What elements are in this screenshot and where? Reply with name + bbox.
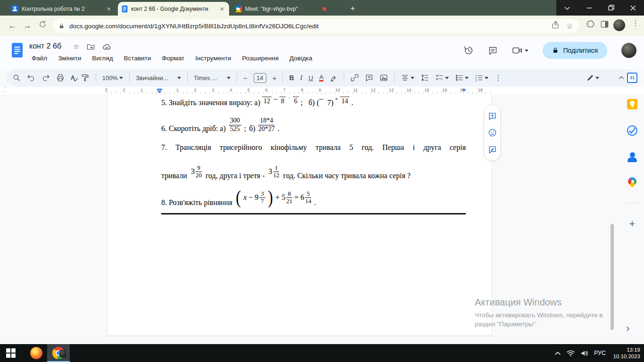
- volume-icon[interactable]: [580, 350, 589, 357]
- zoom-select[interactable]: 100%: [102, 74, 123, 82]
- url-text[interactable]: docs.google.com/document/d/1gXYNUHtBzrp5…: [69, 23, 545, 30]
- emoji-reaction-icon[interactable]: [488, 128, 497, 137]
- hidden-icons-chevron[interactable]: [554, 351, 561, 355]
- menu-item[interactable]: Формат: [159, 54, 187, 63]
- add-comment-icon[interactable]: [488, 112, 497, 121]
- bulleted-list-button[interactable]: [455, 74, 469, 82]
- url-bar[interactable]: docs.google.com/document/d/1gXYNUHtBzrp5…: [53, 19, 579, 33]
- chevron-down-icon: [485, 77, 488, 81]
- paint-format-icon[interactable]: [81, 74, 90, 82]
- menu-item[interactable]: Змінити: [56, 54, 83, 63]
- tab-kontrolna-robota[interactable]: Контрольна робота № 2 ×: [8, 2, 116, 16]
- spellcheck-icon[interactable]: A: [71, 74, 75, 81]
- lock-icon: [58, 23, 65, 30]
- problem-6[interactable]: 6. Скоротіть дріб: а) 300525 ; б) 18*420…: [161, 113, 280, 134]
- start-button[interactable]: [6, 348, 16, 358]
- redo-icon[interactable]: [41, 74, 50, 82]
- editing-mode-button[interactable]: [586, 74, 599, 82]
- text-color-button[interactable]: A: [319, 74, 323, 82]
- align-button[interactable]: [401, 74, 414, 82]
- divider: [344, 73, 344, 82]
- firefox-icon[interactable]: [30, 347, 42, 359]
- side-panel-icon[interactable]: [600, 20, 609, 31]
- add-comment-icon[interactable]: [365, 74, 373, 82]
- fraction-fragment: [319, 99, 323, 99]
- browser-profile-avatar[interactable]: [613, 19, 625, 31]
- right-indent-marker[interactable]: [462, 89, 466, 92]
- share-page-icon[interactable]: [551, 21, 560, 31]
- svg-text:3: 3: [476, 79, 477, 82]
- line-spacing-icon[interactable]: [421, 74, 429, 82]
- bold-button[interactable]: B: [289, 74, 294, 82]
- font-select[interactable]: Times ...: [194, 74, 231, 82]
- tab-google-docs[interactable]: конт 2 6б - Google Документи ×: [118, 2, 229, 16]
- suggest-edits-icon[interactable]: [488, 145, 497, 154]
- tasks-icon[interactable]: [627, 125, 637, 136]
- version-history-icon[interactable]: [463, 45, 474, 56]
- menu-item[interactable]: Інструменти: [193, 54, 233, 63]
- chevron-down-icon: [445, 77, 449, 81]
- video-call-button[interactable]: [512, 46, 528, 55]
- checklist-button[interactable]: [435, 74, 449, 82]
- maps-icon[interactable]: [627, 177, 637, 188]
- problem-7-line1[interactable]: 7. Трансляція трисерійного кінофільму тр…: [161, 143, 466, 152]
- docs-profile-avatar[interactable]: [621, 43, 636, 58]
- add-addon-icon[interactable]: +: [626, 218, 638, 230]
- scrollbar-thumb[interactable]: [611, 224, 614, 330]
- font-size-input[interactable]: 14: [254, 73, 266, 83]
- chevron-down-icon[interactable]: [556, 0, 578, 16]
- search-icon[interactable]: [12, 74, 21, 82]
- back-button[interactable]: ←: [6, 19, 19, 33]
- close-window-button[interactable]: [622, 0, 644, 16]
- tab-google-meet[interactable]: Meet: "bgr-vhgv-bvp": [231, 2, 330, 16]
- highlight-color-icon[interactable]: [330, 74, 338, 82]
- forward-button[interactable]: →: [21, 19, 34, 33]
- restore-button[interactable]: [600, 0, 622, 16]
- comments-icon[interactable]: [488, 46, 498, 56]
- bookmark-star-icon[interactable]: ☆: [566, 21, 573, 31]
- chrome-taskbar-button[interactable]: [47, 344, 70, 362]
- cloud-status-icon[interactable]: [102, 43, 111, 50]
- browser-menu-icon[interactable]: ⋮: [632, 18, 639, 27]
- reload-button[interactable]: [36, 19, 49, 33]
- insert-link-icon[interactable]: [350, 74, 359, 82]
- menu-item[interactable]: Вигляд: [90, 54, 115, 63]
- clock[interactable]: 13:19 10.10.2023: [611, 346, 640, 360]
- more-options-button[interactable]: ⋮: [495, 74, 502, 82]
- wifi-icon[interactable]: [566, 350, 575, 357]
- left-indent-marker[interactable]: [157, 89, 162, 93]
- insert-image-icon[interactable]: [380, 74, 388, 82]
- star-icon[interactable]: ☆: [73, 42, 79, 51]
- menu-item[interactable]: Довідка: [287, 54, 315, 63]
- underline-button[interactable]: U: [309, 74, 314, 82]
- italic-button[interactable]: I: [300, 74, 303, 82]
- print-icon[interactable]: [56, 74, 65, 82]
- close-icon[interactable]: ×: [106, 6, 112, 12]
- document-canvas[interactable]: 5. Знайдіть значення виразу: а) 12 8 + 6…: [0, 94, 644, 344]
- problem-5[interactable]: 5. Знайдіть значення виразу: а) 12 8 + 6…: [161, 97, 353, 107]
- contacts-icon[interactable]: [627, 152, 637, 162]
- menu-item[interactable]: Файл: [29, 54, 50, 63]
- move-folder-icon[interactable]: [87, 43, 95, 50]
- calendar-icon[interactable]: 31: [627, 73, 637, 83]
- extensions-puzzle-icon[interactable]: [586, 20, 595, 31]
- problem-8[interactable]: 8. Розв'яжіть рівняння ( x − 937 ) + 582…: [161, 185, 316, 210]
- problem-7-line2[interactable]: тривали 3920 год, друга і третя - 3112 г…: [161, 159, 411, 181]
- numbered-list-button[interactable]: 123: [475, 74, 488, 82]
- google-docs-logo[interactable]: [11, 42, 24, 58]
- undo-icon[interactable]: [27, 74, 35, 82]
- horizontal-ruler[interactable]: 321123456789101112131415161718: [0, 87, 644, 94]
- document-title[interactable]: конт 2 6б: [29, 42, 61, 50]
- minimize-button[interactable]: [578, 0, 601, 16]
- share-button[interactable]: Поділитися: [543, 42, 607, 59]
- font-size-decrease[interactable]: −: [243, 74, 248, 82]
- menu-item[interactable]: Вставити: [122, 54, 154, 63]
- close-icon[interactable]: ×: [219, 6, 225, 12]
- keep-icon[interactable]: [627, 99, 637, 109]
- font-size-increase[interactable]: +: [272, 74, 277, 82]
- menu-item[interactable]: Розширення: [239, 54, 281, 63]
- chevron-down-icon: [119, 77, 123, 81]
- language-indicator[interactable]: РУС: [594, 350, 606, 356]
- new-tab-button[interactable]: +: [347, 3, 358, 14]
- paragraph-style-select[interactable]: Звичайни...: [136, 74, 181, 82]
